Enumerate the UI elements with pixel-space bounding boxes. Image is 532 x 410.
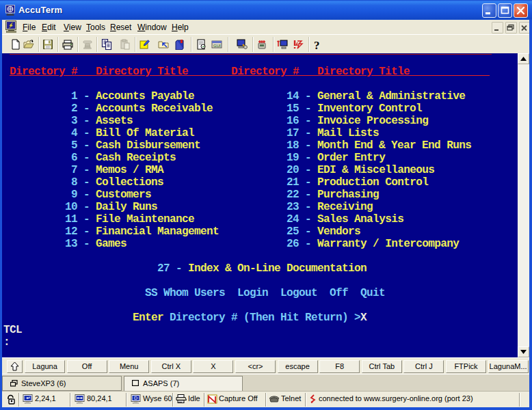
svg-text:?: ? xyxy=(314,39,320,50)
svg-text:GUI: GUI xyxy=(213,44,221,48)
svg-text:D: D xyxy=(134,396,137,400)
